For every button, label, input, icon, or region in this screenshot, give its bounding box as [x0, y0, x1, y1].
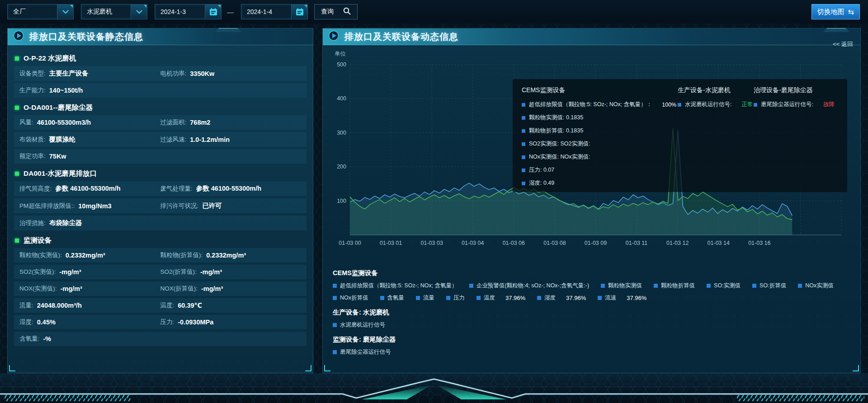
tooltip-item-text: 压力: 0.07: [529, 166, 554, 174]
search-button-label: 查询: [321, 8, 334, 16]
legend-row: 水泥磨机运行信号: [333, 321, 853, 329]
back-link[interactable]: << 返回: [833, 40, 853, 48]
legend-item[interactable]: 流速37.96%: [598, 294, 646, 302]
x-tick-label: 01-03 14: [708, 240, 730, 246]
legend-item[interactable]: 超低排放限值（颗拉物:5: SOz-; NOx; 含氧量）: [333, 282, 458, 290]
legend-item[interactable]: SO:实测值: [707, 282, 741, 290]
legend-monitor-rows: 磨尾除尘器运行信号: [333, 348, 853, 356]
legend-item[interactable]: 颗粒物折算值: [654, 282, 695, 290]
legend-item-value: 37.96%: [627, 295, 646, 301]
info-cell: 布袋材质:覆膜涤纶: [19, 135, 160, 144]
info-cell: 颗粒物(实测值):0.2332mg/m³: [19, 251, 160, 259]
legend-item-label: 湿度: [544, 294, 556, 302]
legend-item[interactable]: 磨尾除尘器运行信号: [333, 348, 391, 356]
legend-swatch-icon: [752, 284, 756, 288]
calendar-icon[interactable]: [205, 5, 221, 19]
search-button[interactable]: 查询: [314, 4, 358, 19]
legend-item[interactable]: NOx折算值: [333, 294, 368, 302]
section-bullet-icon: [15, 172, 19, 176]
info-label: 压力:: [160, 318, 175, 326]
start-date-input[interactable]: 2024-1-3: [155, 4, 222, 19]
corner-bracket: [9, 365, 15, 371]
info-label: 过滤风速:: [160, 136, 187, 144]
legend-production-rows: 水泥磨机运行信号: [333, 321, 853, 329]
legend-swatch-icon: [446, 296, 450, 300]
info-cell: 生产能力:140~150t/h: [19, 86, 301, 94]
tooltip-item: 颗粒物折算值: 0.1835: [522, 127, 678, 135]
legend-row: NOx折算值含氧量流量压力温度37.96%湿度37.96%流速37.96%: [333, 294, 853, 302]
legend-item[interactable]: 含氧量: [380, 294, 405, 302]
y-tick-label: 200: [337, 164, 346, 170]
tooltip-column: CEMS监测设备超低排放限值（颗拉物:5: SOz-; NOx; 含氧量）：10…: [522, 86, 678, 187]
legend-swatch-icon: [333, 284, 337, 288]
chevron-down-icon[interactable]: [57, 5, 73, 19]
tooltip-item: 压力: 0.07: [522, 166, 678, 174]
legend-item[interactable]: 流量: [416, 294, 434, 302]
legend-item-label: NOx实测值: [805, 282, 834, 290]
info-cell: 风量:46100-55300m3/h: [19, 118, 160, 127]
legend-swatch-icon: [333, 350, 337, 354]
legend-item[interactable]: 企业预警值(颗粒物:4; sOz-; NOx-;含氧气量:-): [469, 282, 589, 290]
legend-item-label: 企业预警值(颗粒物:4; sOz-; NOx-;含氧气量:-): [476, 282, 589, 290]
device-select[interactable]: 水泥磨机: [81, 4, 147, 19]
info-value: 24048.000m³/h: [37, 302, 82, 309]
section-header: O-DA001--磨尾除尘器: [14, 100, 307, 115]
footer-decoration: [0, 373, 868, 403]
info-cell: 排污许可状况:已许可: [160, 202, 302, 210]
calendar-icon[interactable]: [291, 5, 307, 19]
info-row: SO2(实测值):-mg/m³SO2(折算值):-mg/m³: [14, 265, 307, 279]
tooltip-item: NOx实测值: NOx实测值:: [522, 153, 678, 161]
info-label: 设备类型:: [19, 70, 46, 78]
legend-item[interactable]: 水泥磨机运行信号: [333, 321, 385, 329]
legend-item-label: 颗粒物折算值: [661, 282, 695, 290]
plant-select[interactable]: 全厂: [7, 4, 74, 19]
y-tick-label: 400: [337, 95, 346, 102]
info-label: 治理措施:: [19, 219, 46, 227]
tooltip-bullet-icon: [522, 129, 525, 133]
chevron-down-icon[interactable]: [131, 5, 147, 19]
info-cell: 湿度:0.45%: [19, 318, 160, 326]
info-label: 温度:: [160, 301, 175, 309]
end-date-input[interactable]: 2024-1-4: [241, 4, 308, 19]
legend-item[interactable]: 压力: [446, 294, 465, 302]
tooltip-item: 湿度: 0.49: [522, 179, 678, 187]
legend-item[interactable]: 颗粒物实测值: [601, 282, 642, 290]
tooltip-column-title: CEMS监测设备: [522, 86, 678, 94]
info-cell: 压力:-0.0930MPa: [160, 318, 302, 326]
legend-item[interactable]: 温度37.96%: [476, 294, 525, 302]
legend-item-value: 37.96%: [505, 295, 525, 301]
corner-bracket: [853, 365, 859, 371]
info-cell: 过滤面积:768m2: [160, 118, 302, 127]
legend-production-title: 生产设备: 水泥磨机: [333, 308, 853, 317]
legend-swatch-icon: [798, 284, 802, 288]
info-value: -%: [43, 335, 51, 342]
info-label: 流量:: [19, 301, 33, 309]
legend-item-label: 温度: [484, 294, 495, 302]
tooltip-column-title: 生产设备-水泥磨机: [678, 86, 754, 94]
legend-item[interactable]: 湿度37.96%: [537, 294, 586, 302]
info-value: 主要生产设备: [49, 69, 89, 78]
legend-item[interactable]: SO:折算值: [752, 282, 786, 290]
switch-map-button[interactable]: 切换地图 ⇆: [811, 4, 860, 19]
tooltip-item: 颗粒物实测值: 0.1835: [522, 114, 678, 122]
info-cell: NOX(实测值):-mg/m³: [19, 285, 160, 293]
plant-select-value: 全厂: [8, 5, 57, 19]
info-row: 额定功率:75Kw: [14, 149, 307, 164]
section-title: O-DA001--磨尾除尘器: [24, 103, 93, 112]
legend-item-label: NOx折算值: [340, 294, 368, 302]
info-label: 电机功率:: [160, 70, 187, 78]
dynamic-info-panel: 排放口及关联设备动态信息 << 返回 单位10020030040050001-0…: [322, 28, 861, 373]
info-label: 含氧量:: [19, 335, 39, 343]
section-bullet-icon: [15, 106, 19, 110]
info-value: 3350Kw: [190, 70, 214, 77]
info-cell: 温度:60.39℃: [160, 301, 302, 309]
legend-item-label: SO:折算值: [760, 282, 786, 290]
tooltip-item-text: 超低排放限值（颗拉物:5: SOz-; NOx; 含氧量）：: [529, 101, 652, 108]
info-cell: 设备类型:主要生产设备: [19, 69, 160, 78]
end-date-value: 2024-1-4: [241, 5, 291, 19]
legend-item[interactable]: NOx实测值: [798, 282, 834, 290]
dynamic-info-title: 排放口及关联设备动态信息: [344, 31, 458, 43]
legend-item-label: 流量: [423, 294, 434, 302]
info-label: 湿度:: [19, 318, 33, 326]
legend-swatch-icon: [333, 296, 337, 300]
